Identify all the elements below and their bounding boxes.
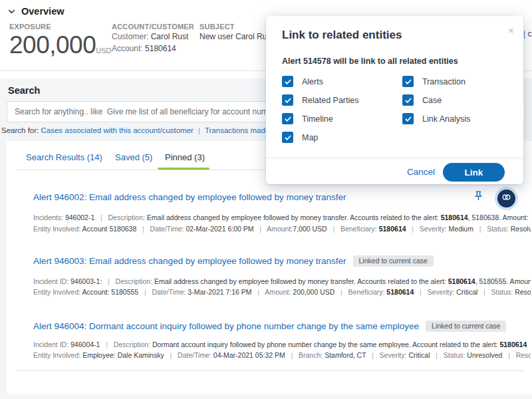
alert-946002-link[interactable]: Alert 946002: Email address changed by e… bbox=[33, 192, 346, 202]
search-for-separator: | bbox=[194, 126, 205, 134]
chevron-down-icon bbox=[7, 7, 17, 17]
overview-title: Overview bbox=[21, 6, 65, 17]
account-customer-column: ACCOUNT/CUSTOMER Customer: Carol Rust Ac… bbox=[112, 23, 194, 55]
page: Overview EXPOSURE 200,000USD ACCOUNT/CUS… bbox=[0, 0, 532, 399]
linked-to-current-case-badge: Linked to current case bbox=[426, 321, 506, 332]
overview-collapse-toggle[interactable]: Overview bbox=[7, 6, 65, 17]
dialog-title: Link to related entities bbox=[282, 29, 402, 42]
customer-name: Carol Rust bbox=[151, 32, 189, 41]
checked-checkbox-icon bbox=[282, 113, 293, 124]
account-customer-label: ACCOUNT/CUSTOMER bbox=[112, 23, 194, 31]
active-tab-underline bbox=[158, 168, 209, 170]
checkbox-map[interactable]: Map bbox=[282, 132, 402, 143]
alert-row-946002-title: Alert 946002: Email address changed by e… bbox=[33, 192, 346, 202]
checked-checkbox-icon bbox=[402, 94, 414, 106]
checkbox-alerts[interactable]: Alerts bbox=[282, 76, 402, 87]
link-to-related-entities-dialog: Link to related entities × Alert 514578 … bbox=[266, 16, 523, 184]
overview-clipped-fragment: | ca bbox=[523, 29, 532, 39]
link-rings-icon bbox=[500, 191, 513, 206]
link-button[interactable]: Link bbox=[443, 163, 505, 182]
dialog-subtitle: Alert 514578 will be link to all related… bbox=[282, 57, 458, 66]
search-for-row: Search for: Cases associated with this a… bbox=[1, 126, 303, 134]
account-line: Account: 5180614 bbox=[112, 43, 194, 55]
alert-946004-meta-line1: Incident ID: 946004-1 | Description: Dor… bbox=[33, 340, 531, 348]
checkbox-related-parties[interactable]: Related Parties bbox=[282, 94, 402, 106]
tab-pinned[interactable]: Pinned (3) bbox=[165, 152, 205, 162]
search-heading: Search bbox=[8, 85, 40, 96]
checkbox-transaction[interactable]: Transaction bbox=[402, 76, 515, 87]
cancel-button[interactable]: Cancel bbox=[407, 167, 435, 177]
entity-checkbox-grid: Alerts Transaction Related Parties Case … bbox=[282, 76, 515, 143]
tab-search-results[interactable]: Search Results (14) bbox=[26, 152, 102, 162]
exposure-value: 200,000USD bbox=[9, 31, 111, 65]
alert-946003-link[interactable]: Alert 946003: Email address changed by e… bbox=[33, 256, 346, 266]
alert-946004-meta-line2: Entity Involved: Employee: Dale Kaminsky… bbox=[33, 351, 531, 359]
link-entities-button[interactable] bbox=[497, 190, 515, 207]
checked-checkbox-icon bbox=[282, 76, 293, 87]
alert-946002-meta-line1: Incidents: 946002-1 | Description: Email… bbox=[33, 213, 531, 221]
tab-saved[interactable]: Saved (5) bbox=[115, 152, 152, 162]
checkbox-link-analysis[interactable]: Link Analysis bbox=[402, 113, 515, 124]
search-for-link-cases[interactable]: Cases associated with this account/custo… bbox=[41, 126, 193, 134]
checked-checkbox-icon bbox=[282, 94, 293, 106]
exposure-column: EXPOSURE 200,000USD bbox=[9, 23, 111, 65]
alert-946002-meta-line2: Entity Involved: Account 5180638 | Date/… bbox=[33, 225, 531, 233]
pin-icon[interactable] bbox=[473, 190, 485, 202]
customer-line: Customer: Carol Rust bbox=[112, 31, 194, 43]
alert-row-946003-title: Alert 946003: Email address changed by e… bbox=[33, 255, 434, 267]
dialog-footer-divider bbox=[266, 158, 523, 158]
alert-946004-link[interactable]: Alert 946004: Dormant account inquiry fo… bbox=[33, 321, 419, 331]
exposure-label: EXPOSURE bbox=[9, 23, 111, 31]
exposure-currency: USD bbox=[96, 47, 111, 55]
checkbox-timeline[interactable]: Timeline bbox=[282, 113, 402, 124]
alert-946003-meta-line1: Incident ID: 946003-1: | Description: Em… bbox=[33, 277, 531, 285]
alert-946003-meta-line2: Entity Involved: Account: 5180555 | Date… bbox=[33, 288, 531, 296]
search-for-label: Search for: bbox=[1, 126, 41, 134]
checked-checkbox-icon bbox=[402, 113, 414, 124]
account-number: 5180614 bbox=[145, 44, 176, 53]
card-bottom-divider bbox=[17, 370, 524, 371]
checked-checkbox-icon bbox=[402, 76, 414, 87]
alert-row-946004-title: Alert 946004: Dormant account inquiry fo… bbox=[33, 321, 506, 332]
linked-to-current-case-badge: Linked to current case bbox=[353, 255, 434, 267]
close-icon[interactable]: × bbox=[508, 25, 514, 35]
checkbox-case[interactable]: Case bbox=[402, 94, 515, 106]
checked-checkbox-icon bbox=[282, 132, 293, 143]
